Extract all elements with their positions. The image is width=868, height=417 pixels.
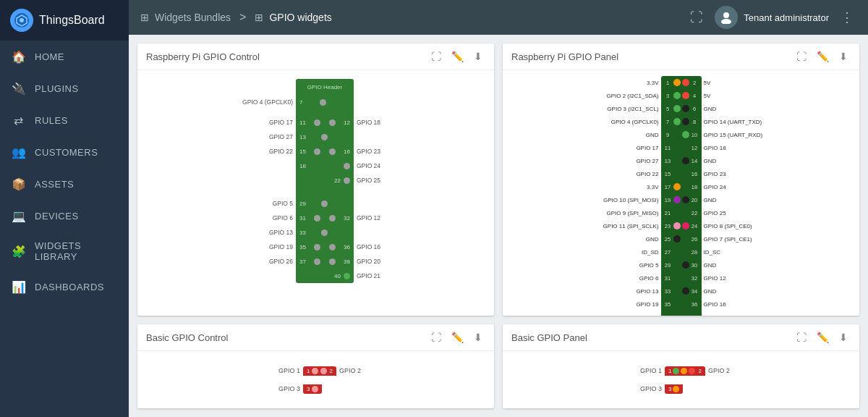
widget-title: Basic GPIO Control: [146, 332, 428, 343]
sidebar-item-label: ASSETS: [35, 179, 74, 190]
basic-control-widget: Basic GPIO Control ⛶ ✏️ ⬇ GPIO 1 1: [137, 324, 494, 408]
breadcrumb-icon-2: ⊞: [255, 12, 263, 23]
sidebar-item-label: HOME: [35, 51, 64, 62]
fullscreen-button[interactable]: ⛶: [687, 7, 706, 28]
sidebar: ThingsBoard 🏠 HOME 🔌 PLUGINS ⇄ RULES 👥 C…: [0, 0, 129, 417]
user-name: Tenant administrator: [744, 12, 829, 23]
main-content: Raspberry Pi GPIO Control ⛶ ✏️ ⬇ GPIO He…: [129, 35, 868, 417]
topbar-right: ⛶ Tenant administrator ⋮: [687, 6, 856, 29]
customers-icon: 👥: [12, 145, 26, 159]
widget-body: GPIO 1 1 2 GPIO 2 GPIO 3 3: [137, 351, 494, 408]
widget-title: Raspberry Pi GPIO Panel: [511, 51, 793, 62]
widget-header: Raspberry Pi GPIO Control ⛶ ✏️ ⬇: [137, 43, 494, 70]
widget-body: 3.3V 1 2 5V GPIO 2 (I2C1_SDA) 3 4 5V GPI…: [503, 70, 859, 316]
breadcrumb-icon-1: ⊞: [140, 12, 149, 23]
sidebar-item-label: DASHBOARDS: [35, 282, 104, 292]
sidebar-item-dashboards[interactable]: 📊 DASHBOARDS: [0, 271, 129, 303]
sidebar-item-rules[interactable]: ⇄ RULES: [0, 104, 129, 136]
sidebar-item-home[interactable]: 🏠 HOME: [0, 41, 129, 72]
breadcrumb-2: GPIO widgets: [269, 12, 331, 23]
basic-panel-widget: Basic GPIO Panel ⛶ ✏️ ⬇ GPIO 1 1: [503, 324, 859, 408]
edit-button[interactable]: ✏️: [814, 330, 832, 345]
download-button[interactable]: ⬇: [836, 330, 851, 345]
expand-button[interactable]: ⛶: [793, 330, 809, 345]
widget-body: GPIO 1 1 2 GPIO 2 GPIO 3: [503, 351, 859, 408]
topbar: ⊞ Widgets Bundles > ⊞ GPIO widgets ⛶ Ten…: [129, 0, 868, 35]
dashboards-icon: 📊: [12, 279, 26, 294]
sidebar-item-label: RULES: [35, 115, 68, 126]
sidebar-item-assets[interactable]: 📦 ASSETS: [0, 168, 129, 200]
widget-actions: ⛶ ✏️ ⬇: [428, 330, 485, 345]
widgets-icon: 🧩: [12, 244, 26, 258]
logo-icon: [10, 9, 33, 32]
download-button[interactable]: ⬇: [471, 49, 485, 64]
user-info: Tenant administrator: [715, 6, 829, 29]
raspberry-control-widget: Raspberry Pi GPIO Control ⛶ ✏️ ⬇ GPIO He…: [137, 43, 494, 316]
devices-icon: 💻: [12, 208, 26, 223]
breadcrumb-1[interactable]: Widgets Bundles: [155, 12, 231, 23]
widget-actions: ⛶ ✏️ ⬇: [793, 49, 851, 64]
assets-icon: 📦: [12, 177, 26, 191]
widget-actions: ⛶ ✏️ ⬇: [793, 330, 851, 345]
sidebar-item-label: DEVICES: [35, 211, 79, 222]
expand-button[interactable]: ⛶: [428, 49, 444, 64]
widget-title: Basic GPIO Panel: [511, 332, 793, 343]
sidebar-item-widgets[interactable]: 🧩 WIDGETS LIBRARY: [0, 232, 129, 271]
sidebar-item-label: CUSTOMERS: [35, 147, 98, 158]
widget-actions: ⛶ ✏️ ⬇: [428, 49, 485, 64]
download-button[interactable]: ⬇: [471, 330, 485, 345]
logo-area: ThingsBoard: [0, 0, 129, 41]
svg-point-4: [721, 19, 731, 24]
sidebar-item-devices[interactable]: 💻 DEVICES: [0, 200, 129, 232]
more-menu-button[interactable]: ⋮: [838, 7, 856, 28]
widget-header: Raspberry Pi GPIO Panel ⛶ ✏️ ⬇: [503, 43, 859, 70]
edit-button[interactable]: ✏️: [448, 330, 467, 345]
widget-body: GPIO Header GPIO 4 (GPCLK0) 7: [137, 70, 494, 316]
sidebar-nav: 🏠 HOME 🔌 PLUGINS ⇄ RULES 👥 CUSTOMERS 📦 A…: [0, 41, 129, 303]
svg-point-3: [723, 12, 729, 18]
widget-title: Raspberry Pi GPIO Control: [146, 51, 428, 62]
rules-icon: ⇄: [12, 113, 26, 127]
sidebar-item-label: WIDGETS LIBRARY: [35, 240, 117, 262]
widget-header: Basic GPIO Panel ⛶ ✏️ ⬇: [503, 324, 859, 351]
raspberry-panel-widget: Raspberry Pi GPIO Panel ⛶ ✏️ ⬇ 3.3V 1 2 …: [503, 43, 859, 316]
download-button[interactable]: ⬇: [836, 49, 851, 64]
edit-button[interactable]: ✏️: [448, 49, 467, 64]
app-title: ThingsBoard: [39, 14, 105, 27]
svg-point-2: [20, 18, 24, 22]
sidebar-item-plugins[interactable]: 🔌 PLUGINS: [0, 72, 129, 104]
breadcrumb-separator: >: [239, 11, 246, 24]
expand-button[interactable]: ⛶: [428, 330, 444, 345]
plugins-icon: 🔌: [12, 81, 26, 96]
home-icon: 🏠: [12, 49, 26, 64]
widget-header: Basic GPIO Control ⛶ ✏️ ⬇: [137, 324, 494, 351]
sidebar-item-customers[interactable]: 👥 CUSTOMERS: [0, 136, 129, 168]
expand-button[interactable]: ⛶: [793, 49, 809, 64]
edit-button[interactable]: ✏️: [814, 49, 832, 64]
sidebar-item-label: PLUGINS: [35, 83, 79, 94]
avatar: [715, 6, 738, 29]
